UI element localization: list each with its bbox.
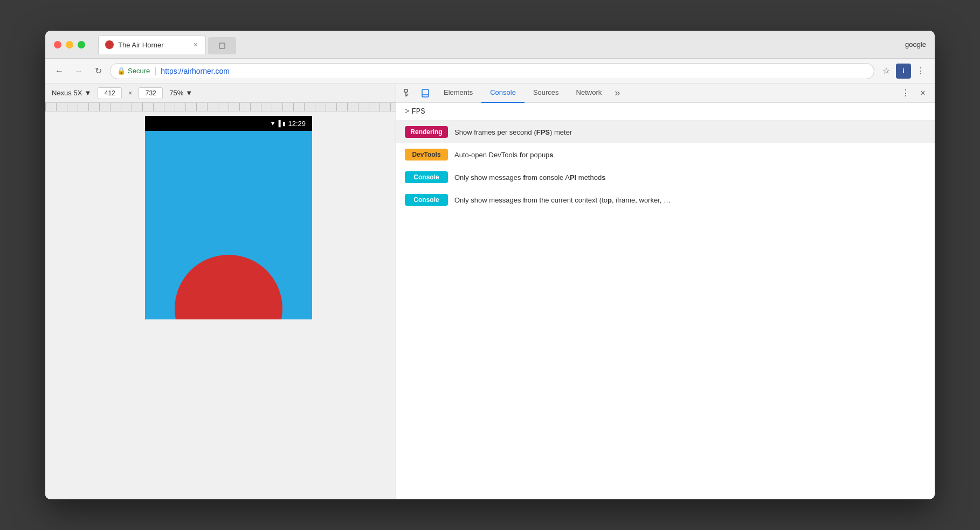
address-actions: ☆ i ⋮ bbox=[879, 64, 928, 79]
dimension-separator: × bbox=[128, 89, 132, 97]
mobile-frame: ▾ ▐ ▮ 12:29 bbox=[45, 111, 396, 499]
status-time: 12:29 bbox=[288, 120, 306, 128]
devtools-menu-button[interactable]: ⋮ bbox=[898, 86, 913, 101]
devtools-toolbar: Elements Console Sources Network » ⋮ × bbox=[396, 83, 935, 103]
zoom-selector[interactable]: 75% ▼ bbox=[169, 89, 192, 97]
back-button[interactable]: ← bbox=[52, 64, 67, 79]
devtools-close-button[interactable]: × bbox=[915, 86, 930, 101]
extension-button[interactable]: i bbox=[896, 64, 911, 79]
new-tab-button[interactable] bbox=[208, 37, 236, 54]
badge-devtools: DevTools bbox=[405, 149, 448, 161]
svg-rect-4 bbox=[422, 89, 429, 97]
tab-network[interactable]: Network bbox=[568, 83, 611, 103]
autocomplete-text-rendering: Show frames per second (FPS) meter bbox=[454, 128, 572, 136]
badge-rendering: Rendering bbox=[405, 126, 448, 138]
autocomplete-item-console-2[interactable]: Console Only show messages from the curr… bbox=[396, 189, 935, 211]
autocomplete-text-devtools: Auto-open DevTools for popups bbox=[454, 151, 554, 159]
inspect-icon bbox=[403, 88, 413, 98]
autocomplete-item-rendering[interactable]: Rendering Show frames per second (FPS) m… bbox=[396, 121, 935, 143]
address-bar: ← → ↻ 🔒 Secure | https://airhorner.com ☆… bbox=[45, 59, 935, 83]
autocomplete-text-console-1: Only show messages from console API meth… bbox=[454, 173, 605, 182]
signal-icon: ▐ bbox=[277, 120, 281, 127]
horn-base bbox=[175, 255, 282, 319]
tab-close-button[interactable]: × bbox=[192, 40, 199, 49]
badge-console-1: Console bbox=[405, 171, 448, 183]
devtools-panel: Elements Console Sources Network » ⋮ × bbox=[396, 83, 935, 499]
close-button[interactable] bbox=[54, 41, 61, 48]
lock-icon: 🔒 bbox=[117, 67, 126, 75]
phone-status-bar: ▾ ▐ ▮ 12:29 bbox=[145, 116, 312, 131]
url-text: https://airhorner.com bbox=[161, 67, 230, 75]
console-input-row: > bbox=[396, 103, 935, 121]
tab-console[interactable]: Console bbox=[481, 83, 524, 103]
url-divider: | bbox=[154, 66, 156, 76]
secure-badge: 🔒 Secure bbox=[117, 67, 150, 75]
tab-title: The Air Horner bbox=[118, 41, 188, 49]
autocomplete-list: Rendering Show frames per second (FPS) m… bbox=[396, 121, 935, 211]
svg-rect-1 bbox=[404, 89, 408, 92]
status-icons: ▾ ▐ ▮ 12:29 bbox=[271, 120, 306, 128]
tab-sources[interactable]: Sources bbox=[524, 83, 568, 103]
tab-elements[interactable]: Elements bbox=[435, 83, 481, 103]
console-prompt: > bbox=[405, 107, 409, 116]
wifi-icon: ▾ bbox=[271, 120, 274, 127]
maximize-button[interactable] bbox=[78, 41, 85, 48]
inspect-element-button[interactable] bbox=[401, 86, 416, 101]
autocomplete-item-console-1[interactable]: Console Only show messages from console … bbox=[396, 166, 935, 189]
chevron-down-icon: ▼ bbox=[84, 89, 91, 97]
phone-body bbox=[145, 131, 312, 319]
console-input[interactable] bbox=[411, 107, 926, 116]
width-input[interactable] bbox=[98, 87, 122, 99]
profile-label: google bbox=[905, 40, 926, 48]
ruler-area bbox=[45, 103, 396, 111]
tab-bar: The Air Horner × bbox=[98, 35, 899, 54]
bookmark-button[interactable]: ☆ bbox=[879, 64, 894, 79]
menu-button[interactable]: ⋮ bbox=[913, 64, 928, 79]
badge-console-2: Console bbox=[405, 194, 448, 206]
minimize-button[interactable] bbox=[66, 41, 73, 48]
devtools-actions: ⋮ × bbox=[898, 86, 930, 101]
battery-icon: ▮ bbox=[282, 121, 286, 127]
ruler-horizontal bbox=[45, 103, 396, 111]
device-selector[interactable]: Nexus 5X ▼ bbox=[52, 89, 91, 97]
active-tab[interactable]: The Air Horner × bbox=[98, 35, 206, 54]
phone-screen: ▾ ▐ ▮ 12:29 bbox=[145, 116, 312, 319]
zoom-chevron-icon: ▼ bbox=[185, 89, 192, 97]
more-tabs-button[interactable]: » bbox=[610, 87, 624, 99]
console-area: > Rendering Show frames per second (FPS)… bbox=[396, 103, 935, 499]
device-toolbar: Nexus 5X ▼ × 75% ▼ bbox=[45, 83, 396, 103]
window-controls bbox=[54, 41, 85, 48]
autocomplete-text-console-2: Only show messages from the current cont… bbox=[454, 196, 671, 204]
browser-window: The Air Horner × google ← → ↻ 🔒 Secure bbox=[45, 31, 935, 499]
forward-button[interactable]: → bbox=[71, 64, 86, 79]
title-bar: The Air Horner × google bbox=[45, 31, 935, 59]
device-toggle-button[interactable] bbox=[418, 86, 433, 101]
device-icon bbox=[420, 88, 430, 98]
url-bar[interactable]: 🔒 Secure | https://airhorner.com bbox=[110, 63, 874, 79]
reload-button[interactable]: ↻ bbox=[91, 64, 106, 79]
new-tab-icon bbox=[218, 41, 226, 50]
devtools-tabs: Elements Console Sources Network » bbox=[435, 83, 624, 103]
height-input[interactable] bbox=[139, 87, 163, 99]
autocomplete-item-devtools[interactable]: DevTools Auto-open DevTools for popups bbox=[396, 143, 935, 166]
viewport: Nexus 5X ▼ × 75% ▼ bbox=[45, 83, 396, 499]
main-content: Nexus 5X ▼ × 75% ▼ bbox=[45, 83, 935, 499]
tab-favicon bbox=[105, 40, 114, 49]
svg-rect-0 bbox=[219, 43, 225, 48]
